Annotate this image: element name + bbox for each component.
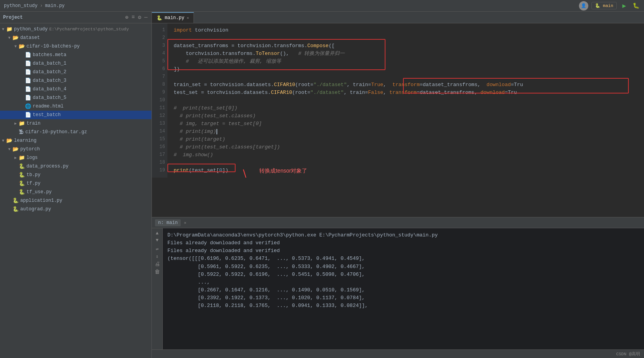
code-line-4: torchvision.transforms. ToTensor (), # 转…: [174, 50, 644, 58]
credit-text: CSDN @高明: [616, 351, 640, 357]
terminal-line-9: [0.2392, 0.1922, 0.1373, ..., 0.1020, 0.…: [167, 294, 639, 302]
sidebar-item-logs[interactable]: ▶ 📁 logs: [0, 153, 151, 162]
main-layout: Project ⊕ ≡ ⚙ — ▼ 📁 python_study E:\Pych…: [0, 12, 644, 358]
sidebar-header: Project ⊕ ≡ ⚙ —: [0, 12, 151, 23]
python-environment-badge[interactable]: 🐍 main: [591, 2, 617, 9]
terminal-print-icon[interactable]: 🖨: [153, 261, 161, 267]
line-numbers: 12345 678910 1112131415 16171819: [152, 23, 167, 178]
code-line-9: test_set = torchvision.datasets. CIFAR10…: [174, 89, 644, 97]
code-line-1: import torchvision: [174, 26, 644, 34]
code-line-13: # img, target = test_set[0]: [174, 120, 644, 128]
breadcrumb-file: main.py: [45, 3, 65, 9]
top-bar: python_study › main.py 👤 🐍 main ▶ 🐛: [0, 0, 644, 12]
sidebar-item-learning[interactable]: ▼ 📂 learning: [0, 136, 151, 145]
sidebar-item-train[interactable]: ▶ 📁 train: [0, 119, 151, 128]
code-line-16: # print(test_set.classes[target]): [174, 143, 644, 151]
terminal-area: n: main ✕ ▲ ▼ ⇌ ⇕ 🖨 🗑 D:\Progr: [152, 217, 644, 349]
sidebar-item-dataset[interactable]: ▼ 📂 dataset: [0, 34, 151, 42]
editor-container: 🐍 main.py ✕ 12345 678910 1112131415 1617…: [152, 12, 644, 358]
terminal-line-3: Files already downloaded and verified: [167, 247, 639, 255]
tab-py-icon: 🐍: [157, 15, 162, 21]
terminal-align-icon[interactable]: ⇕: [153, 254, 161, 259]
sidebar-item-data-process[interactable]: ▶ 🐍 data_process.py: [0, 162, 151, 171]
terminal-line-8: [0.2667, 0.1647, 0.1216, ..., 0.1490, 0.…: [167, 286, 639, 294]
sidebar-item-batches-meta[interactable]: ▶ 📄 batches.meta: [0, 51, 151, 59]
terminal-output: D:\ProgramData\anaconda3\envs\pytorch3\p…: [163, 228, 644, 349]
code-line-18: [174, 159, 644, 167]
code-line-2: [174, 34, 644, 42]
sidebar-item-data-batch-1[interactable]: ▶ 📄 data_batch_1: [0, 59, 151, 68]
code-line-6: ]): [174, 65, 644, 73]
user-avatar[interactable]: 👤: [579, 1, 588, 11]
sidebar-item-data-batch-3[interactable]: ▶ 📄 data_batch_3: [0, 76, 151, 85]
sidebar-item-data-batch-4[interactable]: ▶ 📄 data_batch_4: [0, 85, 151, 93]
top-bar-right: 👤 🐍 main ▶ 🐛: [579, 1, 640, 11]
terminal-wrap-icon[interactable]: ⇌: [153, 246, 161, 252]
terminal-line-10: [0.2118, 0.2118, 0.1765, ..., 0.0941, 0.…: [167, 302, 639, 310]
sidebar-tree: ▼ 📁 python_study E:\PycharmProjects\pyth…: [0, 23, 151, 358]
sidebar-minimize-icon[interactable]: —: [144, 13, 148, 21]
terminal-tab-name: main: [167, 220, 178, 226]
editor-and-terminal: 🐍 main.py ✕ 12345 678910 1112131415 1617…: [152, 12, 644, 349]
sidebar-item-data-batch-5[interactable]: ▶ 📄 data_batch_5: [0, 93, 151, 102]
code-line-8: train_set = torchvision.datasets. CIFAR1…: [174, 81, 644, 89]
terminal-tab-bar: n: main ✕: [152, 217, 644, 228]
breadcrumb: python_study › main.py: [4, 3, 65, 9]
breadcrumb-project: python_study: [4, 3, 37, 9]
terminal-line-4: (tensor([[[0.6196, 0.6235, 0.6471, ..., …: [167, 255, 639, 263]
terminal-scroll-up[interactable]: ▲: [153, 231, 161, 236]
code-line-10: [174, 97, 644, 104]
sidebar-collapse-icon[interactable]: ≡: [131, 13, 135, 21]
status-bar: CSDN @高明: [152, 349, 644, 358]
sidebar-item-tb[interactable]: ▶ 🐍 tb.py: [0, 171, 151, 179]
sidebar-item-application1[interactable]: ▶ 🐍 application1.py: [0, 196, 151, 205]
terminal-tab-main[interactable]: n: main: [155, 219, 181, 226]
terminal-line-2: Files already downloaded and verified: [167, 239, 639, 247]
terminal-line-6: [0.5922, 0.5922, 0.6196, ..., 0.5451, 0.…: [167, 271, 639, 279]
annotation-tensor: 转换成tensor对象了: [259, 167, 307, 175]
sidebar-item-readme[interactable]: ▶ 🌐 readme.html: [0, 102, 151, 111]
tab-bar: 🐍 main.py ✕: [152, 12, 644, 23]
code-line-5: # 还可以添加其他操作, 裁剪, 缩放等: [174, 58, 644, 65]
tab-close-button[interactable]: ✕: [187, 16, 189, 20]
terminal-line-1: D:\ProgramData\anaconda3\envs\pytorch3\p…: [167, 231, 639, 239]
sidebar-actions: ⊕ ≡ ⚙ —: [124, 13, 148, 21]
sidebar-item-test-batch[interactable]: ▶ 📄 test_batch: [0, 111, 151, 119]
sidebar-item-cifar-gz[interactable]: ▶ 🗜 cifar-10-python.tar.gz: [0, 128, 151, 136]
code-line-17: # img.show(): [174, 151, 644, 159]
code-line-7: [174, 73, 644, 81]
code-editor[interactable]: 12345 678910 1112131415 16171819: [152, 23, 644, 217]
code-line-14: # print(img): [174, 128, 644, 136]
terminal-tab-label: n:: [158, 220, 164, 226]
sidebar-item-pytorch[interactable]: ▼ 📂 pytorch: [0, 145, 151, 153]
tab-label: main.py: [165, 15, 184, 21]
debug-button[interactable]: 🐛: [632, 2, 640, 10]
code-line-12: # print(test_set.classes): [174, 112, 644, 120]
terminal-tab-close[interactable]: ✕: [184, 220, 186, 225]
terminal-line-5: [0.5961, 0.5922, 0.6235, ..., 0.5333, 0.…: [167, 263, 639, 271]
terminal-line-7: ...,: [167, 279, 639, 286]
sidebar-item-data-batch-2[interactable]: ▶ 📄 data_batch_2: [0, 68, 151, 76]
code-lines[interactable]: import torchvision dataset_transfroms = …: [167, 23, 644, 178]
code-line-19: print (test_set[ 0 ]) 转换成tensor对象了: [174, 167, 644, 175]
run-button[interactable]: ▶: [620, 2, 628, 10]
sidebar: Project ⊕ ≡ ⚙ — ▼ 📁 python_study E:\Pych…: [0, 12, 152, 358]
sidebar-item-tf-use[interactable]: ▶ 🐍 tf_use.py: [0, 188, 151, 196]
tab-main-py[interactable]: 🐍 main.py ✕: [152, 12, 194, 23]
terminal-delete-icon[interactable]: 🗑: [153, 269, 161, 275]
sidebar-item-tf[interactable]: ▶ 🐍 tf.py: [0, 179, 151, 188]
sidebar-add-icon[interactable]: ⊕: [124, 13, 129, 21]
code-line-3: dataset_transfroms = torchvision.transfo…: [174, 42, 644, 50]
code-line-15: # print(target): [174, 136, 644, 143]
sidebar-item-python-study[interactable]: ▼ 📁 python_study E:\PycharmProjects\pyth…: [0, 25, 151, 34]
sidebar-settings-icon[interactable]: ⚙: [137, 13, 142, 21]
terminal-scroll-down[interactable]: ▼: [153, 238, 161, 243]
code-line-11: # print(test_set[0]): [174, 104, 644, 112]
sidebar-title: Project: [3, 15, 23, 20]
sidebar-item-cifar-folder[interactable]: ▼ 📂 cifar-10-batches-py: [0, 42, 151, 51]
sidebar-item-autograd[interactable]: ▶ 🐍 autograd.py: [0, 205, 151, 213]
